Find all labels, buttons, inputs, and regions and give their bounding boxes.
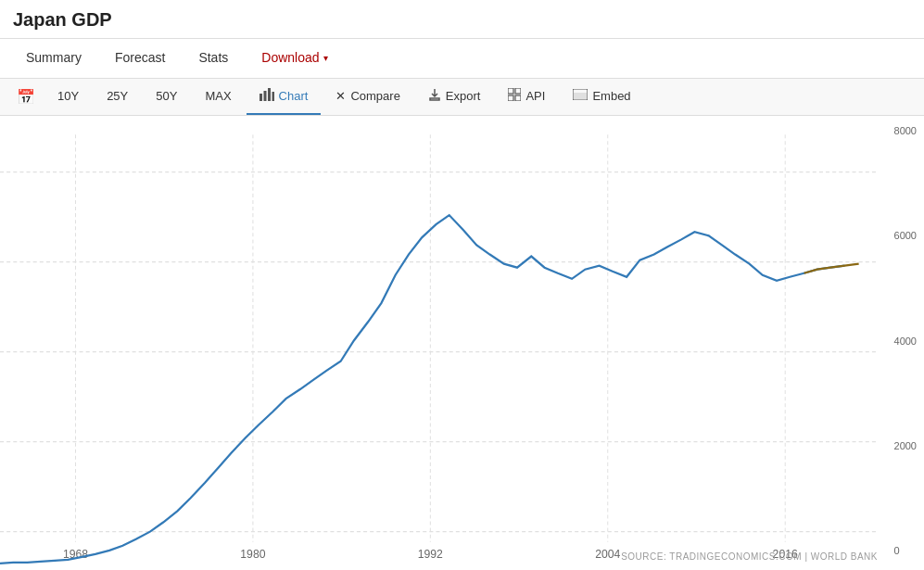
y-axis-labels: 8000 6000 4000 2000 0 <box>894 116 917 565</box>
chevron-down-icon: ▾ <box>323 53 328 63</box>
svg-rect-7 <box>515 95 521 101</box>
toolbar-embed[interactable]: Embed <box>560 80 643 114</box>
nav-stats[interactable]: Stats <box>182 39 245 78</box>
toolbar-compare[interactable]: ✕ Compare <box>323 80 412 114</box>
y-label-8000: 8000 <box>894 125 917 136</box>
y-label-2000: 2000 <box>894 440 917 451</box>
toolbar-max[interactable]: MAX <box>192 80 244 114</box>
nav-download-label: Download <box>261 50 319 65</box>
svg-rect-3 <box>272 92 274 101</box>
export-icon <box>428 88 441 104</box>
svg-rect-5 <box>515 88 521 94</box>
toolbar-25y[interactable]: 25Y <box>94 80 141 114</box>
toolbar-chart[interactable]: Chart <box>247 79 322 115</box>
y-label-4000: 4000 <box>894 336 917 347</box>
svg-rect-6 <box>508 95 513 101</box>
page-title: Japan GDP <box>0 0 924 39</box>
main-nav: Summary Forecast Stats Download ▾ <box>0 39 924 79</box>
chart-area: 1968 1980 1992 2004 2016 8000 6000 4000 … <box>0 116 924 565</box>
svg-text:2004: 2004 <box>595 548 620 561</box>
embed-icon <box>573 89 588 103</box>
svg-rect-9 <box>574 93 587 99</box>
y-label-0: 0 <box>894 545 917 556</box>
chart-icon <box>259 88 274 104</box>
chart-container: 1968 1980 1992 2004 2016 8000 6000 4000 … <box>0 116 924 565</box>
toolbar-api[interactable]: API <box>495 79 558 115</box>
svg-rect-4 <box>508 88 513 94</box>
chart-toolbar: 📅 10Y 25Y 50Y MAX Chart ✕ Compare Export… <box>0 79 924 116</box>
gdp-chart: 1968 1980 1992 2004 2016 <box>0 116 878 565</box>
api-icon <box>508 88 521 104</box>
svg-rect-0 <box>259 94 262 101</box>
y-label-6000: 6000 <box>894 230 917 241</box>
source-label: SOURCE: TRADINGECONOMICS.COM | WORLD BAN… <box>621 551 878 562</box>
nav-download[interactable]: Download ▾ <box>245 39 344 78</box>
calendar-icon[interactable]: 📅 <box>9 79 43 115</box>
svg-rect-1 <box>263 91 266 101</box>
svg-text:1980: 1980 <box>240 548 265 561</box>
nav-summary[interactable]: Summary <box>9 39 98 78</box>
compare-icon: ✕ <box>335 89 346 103</box>
svg-text:1992: 1992 <box>418 548 443 561</box>
nav-forecast[interactable]: Forecast <box>98 39 182 78</box>
toolbar-export[interactable]: Export <box>415 79 494 115</box>
svg-rect-2 <box>268 88 271 101</box>
toolbar-50y[interactable]: 50Y <box>143 80 190 114</box>
toolbar-10y[interactable]: 10Y <box>44 80 92 114</box>
